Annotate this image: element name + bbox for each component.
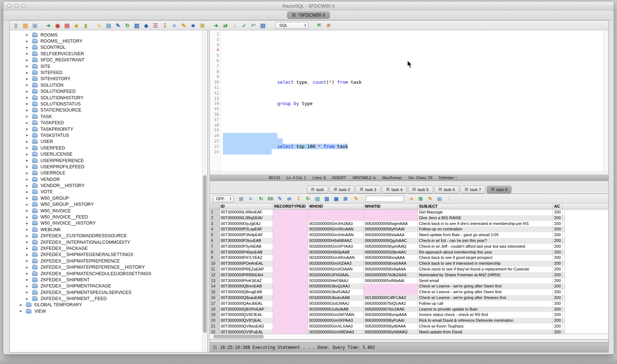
results-tab[interactable]: ☒ task 7 [460,186,486,194]
table-cell[interactable]: Nominated by Shane Freeman at ANZ (HR50) [418,272,553,278]
table-cell[interactable]: 0033000000GmXHnAAN [308,232,364,238]
table-cell[interactable]: 200 [553,295,562,301]
table-cell[interactable]: 006300000058yd5AAA [364,324,418,329]
close-tab-icon[interactable]: ☒ [334,187,337,192]
close-tab-icon[interactable]: ☒ [386,187,390,192]
row-number[interactable]: 18 [210,307,220,312]
tree-item-table[interactable]: ▶ SOLUTIONSTATUS [10,101,202,107]
table-cell[interactable]: 200 [553,232,562,238]
table-cell[interactable]: Follow-up on nomination [418,226,553,232]
disclosure-triangle-icon[interactable]: ▶ [26,278,29,281]
notebook-icon[interactable]: ▥ [134,23,140,28]
table-cell[interactable] [273,289,308,295]
save-grid-icon[interactable]: ▣ [436,196,443,201]
table-cell[interactable]: 200 [553,238,562,244]
column-header[interactable]: RECORDTYPEID [273,204,308,209]
disclosure-triangle-icon[interactable]: ▶ [26,102,29,105]
table-cell[interactable]: 006300000058yKhAAI [364,226,418,232]
tree-item-table[interactable]: ▶ ZKFEDEX__SHIPMENT__FEED [10,295,202,302]
tree-item-category[interactable]: ▶ GLOBAL TEMPORARY [10,302,202,308]
table-cell[interactable]: 00T3000000POeAnEAL [220,261,273,266]
disclosure-triangle-icon[interactable]: ▶ [26,240,29,244]
disclosure-triangle-icon[interactable]: ▶ [26,247,29,250]
save-icon[interactable]: ▣ [32,23,38,28]
table-cell[interactable]: 0033000000HirF8AAJ [308,278,364,284]
add-table-icon[interactable]: ⊞ [418,196,424,201]
column-header[interactable]: ID [220,204,273,209]
table-cell[interactable] [364,209,418,215]
table-cell[interactable]: 006300000058ympAAA [364,312,418,318]
table-cell[interactable]: Check back to see if good target prospec… [418,255,553,261]
tree-item-table[interactable]: ▶ ZKFEDEX__INTERNATIONALCOMMODITY [10,239,202,245]
disclosure-triangle-icon[interactable]: ▶ [26,52,29,55]
tree-item-table[interactable]: ▶ SELFSERVICEUSER [10,51,202,57]
table-cell[interactable] [273,209,308,215]
table-cell[interactable]: 0033000000GmXKPAA3 [308,318,364,324]
table-cell[interactable]: Re-approach about membership this year [418,250,553,255]
tree-item-table[interactable]: ▶ W50_GROUP__HISTORY [10,202,202,208]
disclosure-triangle-icon[interactable]: ▶ [26,209,29,212]
table-cell[interactable]: Check-in w/ Jeff - couldn't afford last … [418,244,553,250]
disclosure-triangle-icon[interactable]: ▶ [26,178,29,181]
disconnect-db-icon[interactable]: ◉ [55,23,61,28]
table-cell[interactable] [273,295,308,301]
row-number[interactable]: 6 [210,238,220,244]
disclosure-triangle-icon[interactable]: ▶ [26,83,29,87]
refresh-results-icon[interactable]: ↻ [258,196,264,201]
zoom-window-button[interactable] [22,4,26,8]
document-tab[interactable]: ☒ *SFDCW50 II [287,12,330,19]
table-cell[interactable] [273,226,308,232]
table-cell[interactable] [273,278,308,284]
edit-sql-icon[interactable]: ✎ [115,23,121,28]
execute-icon[interactable]: ϟ [96,23,102,28]
table-cell[interactable] [273,261,308,266]
table-cell[interactable]: 0033000000JFhGlAAL [308,272,364,278]
rollback-undo-icon[interactable]: ↶ [250,23,256,28]
view-text-icon[interactable]: 66 [267,196,273,201]
table-cell[interactable]: Send email [418,278,553,284]
table-cell[interactable]: 0033000000GmXMDAA3 [308,329,364,334]
table-cell[interactable]: Check-in w/ Ed - can he join this year? [418,238,553,244]
table-cell[interactable]: 006300000058x9qAAA [364,266,418,272]
table-cell[interactable] [273,283,308,289]
tree-item-table[interactable]: ▶ STATICRESOURCE [10,107,202,113]
table-cell[interactable]: 200 [553,215,562,221]
table-cell[interactable]: 00T3000000QV9FaEAL [220,329,273,334]
table-cell[interactable] [308,215,364,221]
tree-item-table[interactable]: ▶ ZKFEDEX__SHIPMENTPACKAGE [10,283,202,289]
update-row-icon[interactable]: ↧ [295,196,302,201]
table-cell[interactable]: 0033000000GmXM7AAN [308,312,364,318]
copy-icon[interactable]: ▤ [64,23,70,28]
table-cell[interactable] [273,301,308,307]
editor-vertical-scrollbar[interactable] [603,30,608,171]
table-cell[interactable]: 00T3000000QBXPeEAP [220,307,273,312]
tree-item-table[interactable]: ▶ USERROLE [10,170,202,176]
import-data-icon[interactable]: ↧ [162,23,168,28]
disclosure-triangle-icon[interactable]: ▶ [26,172,29,175]
commit-check-icon[interactable]: ✓ [241,23,247,28]
disclosure-triangle-icon[interactable]: ▶ [26,153,29,156]
table-cell[interactable]: 00T3000000P46qnEAB [220,250,273,255]
tree-item-table[interactable]: ▶ ZKFEDEX__SHIPMENT [10,277,202,283]
row-number[interactable]: 17 [210,301,220,307]
disclosure-triangle-icon[interactable]: ▶ [26,121,29,125]
table-cell[interactable]: 0033000000GmXKmAAN [308,255,364,261]
row-number[interactable]: 8 [210,250,220,255]
close-tab-icon[interactable]: ☒ [292,13,296,18]
tree-item-table[interactable]: ▶ W50_INVOICE [10,208,202,214]
table-cell[interactable]: 00630000005xfWaAAI [364,278,418,284]
row-number[interactable]: 10 [210,261,220,266]
download-icon[interactable]: ↓ [446,196,452,201]
disclosure-triangle-icon[interactable]: ▶ [26,58,29,62]
title-bar[interactable]: RazorSQL - SFDCW50 II [3,1,614,10]
table-cell[interactable]: 006300000058xrqAAA [364,255,418,261]
table-cell[interactable]: 200 [553,307,562,312]
tree-item-table[interactable]: ▶ ZKFEDEX__CUSTOMADDRESSSOURCE [10,233,202,239]
table-cell[interactable]: 00T3000000PREZaEAP [220,266,273,272]
tree-item-table[interactable]: ▶ SFDC_REGISTRANT [10,57,202,63]
grid-scrollbar-thumb[interactable] [213,335,264,338]
editor-horizontal-scrollbar[interactable] [210,171,608,175]
tree-item-table[interactable]: ▶ SOLUTIONHISTORY [10,95,202,101]
table-cell[interactable]: 0033000000Ju9J9AAJ [308,301,364,307]
tree-item-table[interactable]: ▶ TASKFEED [10,120,202,126]
